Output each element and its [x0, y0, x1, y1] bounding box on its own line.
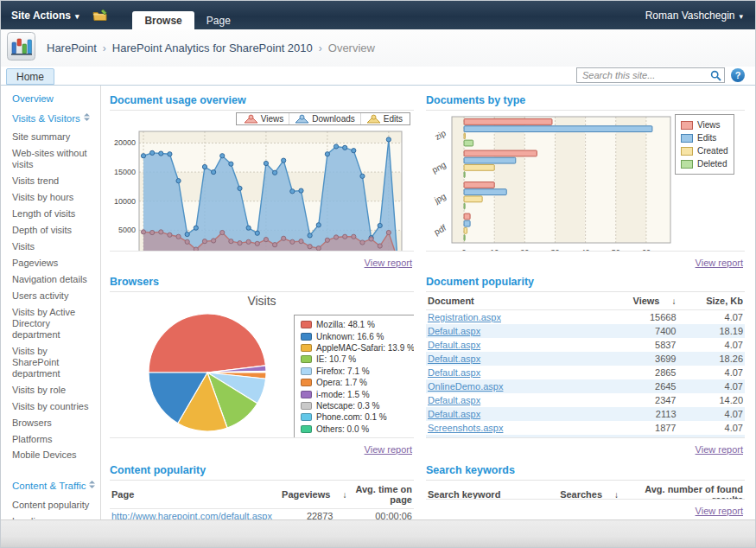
- column-header-document[interactable]: Document: [426, 292, 601, 310]
- panel-title: Search keywords: [426, 463, 745, 481]
- sidebar-item-depth-of-visits[interactable]: Depth of visits: [12, 225, 97, 236]
- column-header-searches[interactable]: Searches↓: [547, 481, 620, 499]
- table-row: Default.aspx58374.07: [426, 338, 745, 352]
- legend-item-others: Others: 0.0 %: [301, 424, 414, 435]
- breadcrumb-separator: ›: [97, 42, 112, 54]
- table-row: Default.aspx234714.20: [426, 393, 745, 407]
- collapse-icon[interactable]: [84, 112, 90, 124]
- view-report-link[interactable]: View report: [365, 258, 412, 268]
- view-report-link[interactable]: View report: [696, 258, 743, 268]
- site-header: HarePoint › HarePoint Analytics for Shar…: [1, 29, 755, 67]
- sidebar-item-length-of-visits[interactable]: Length of visits: [12, 208, 97, 220]
- line-chart-legend: ViewsDownloadsEdits: [236, 112, 410, 125]
- sidebar-item-web-sites-without-visits[interactable]: Web-sites without visits: [12, 148, 97, 170]
- sidebar-item-pageviews[interactable]: Pageviews: [12, 258, 97, 269]
- sidebar-item-content-popularity[interactable]: Content popularity: [12, 500, 97, 511]
- svg-text:pdf: pdf: [432, 223, 448, 237]
- help-icon[interactable]: ?: [731, 68, 745, 82]
- document-link[interactable]: Default.aspx: [428, 340, 480, 350]
- cell-value: 00:00:06: [334, 509, 414, 520]
- column-header-avg-number-of-found-results[interactable]: Avg. number of found results: [620, 481, 745, 499]
- cell-value: 7400: [601, 324, 678, 338]
- sort-descending-icon: ↓: [672, 296, 677, 306]
- sidebar-item-visits-by-countries[interactable]: Visits by countries: [12, 401, 97, 412]
- document-link[interactable]: http://www.harepoint.com/default.aspx: [111, 511, 272, 519]
- panel-title: Documents by type: [426, 93, 745, 111]
- sidebar-item-users-activity[interactable]: Users activity: [12, 290, 97, 302]
- column-header-pageviews[interactable]: Pageviews↓: [280, 481, 334, 509]
- sidebar-item-platforms[interactable]: Platforms: [12, 434, 97, 445]
- document-link[interactable]: Registration.aspx: [428, 312, 501, 322]
- sidebar-item-visits-visitors[interactable]: Visits & Visitors: [12, 112, 97, 125]
- view-report-link[interactable]: View report: [696, 444, 743, 455]
- user-menu[interactable]: Roman Vashchegin ▾: [645, 1, 755, 29]
- document-link[interactable]: OnlineDemo.aspx: [428, 381, 503, 392]
- search-keywords-table: Search keywordSearches↓Avg. number of fo…: [426, 481, 745, 499]
- table-row: Default.aspx28654.07: [426, 366, 745, 379]
- document-link[interactable]: Default.aspx: [428, 326, 480, 336]
- cell-value: 5837: [601, 338, 678, 352]
- sidebar-item-overview[interactable]: Overview: [12, 93, 97, 105]
- collapse-icon[interactable]: [89, 480, 95, 492]
- column-header-search-keyword[interactable]: Search keyword: [426, 481, 547, 499]
- svg-text:zip: zip: [433, 128, 448, 142]
- panel-title: Browsers: [110, 275, 414, 292]
- site-actions-menu[interactable]: Site Actions ▾: [1, 1, 87, 29]
- document-link[interactable]: Default.aspx: [428, 367, 480, 378]
- legend-item-views: Views: [238, 113, 289, 124]
- sidebar-item-navigation-details[interactable]: Navigation details: [12, 274, 97, 285]
- view-report-link[interactable]: View report: [696, 506, 743, 516]
- table-row: OnlineDemo.aspx26454.07: [426, 379, 745, 393]
- sidebar-item-landing-pages[interactable]: Landing pages: [12, 516, 97, 519]
- document-link[interactable]: Screenshots.aspx: [428, 423, 503, 433]
- edit-page-folder-icon[interactable]: [87, 1, 113, 29]
- cell-value: 15668: [601, 310, 678, 325]
- legend-item-applemac-safari: AppleMAC-Safari: 13.9 %: [301, 342, 414, 354]
- sort-descending-icon: ↓: [342, 490, 346, 500]
- cell-value: 22873: [280, 509, 334, 520]
- sort-descending-icon: ↓: [614, 490, 619, 499]
- site-logo: [7, 32, 35, 64]
- search-icon[interactable]: [710, 69, 721, 85]
- documents-by-type-bar-chart: zippngjpgpdf0102030405060: [426, 113, 675, 251]
- column-header-page[interactable]: Page: [110, 481, 280, 509]
- breadcrumb-site[interactable]: HarePoint: [47, 41, 97, 54]
- ribbon-tab-page[interactable]: Page: [194, 11, 243, 29]
- legend-item-edits: Edits: [360, 113, 408, 124]
- sidebar-item-visits-trend[interactable]: Visits trend: [12, 175, 97, 187]
- sidebar-item-content-traffic[interactable]: Content & Traffic: [12, 480, 97, 493]
- sidebar-item-visits-by-hours[interactable]: Visits by hours: [12, 192, 97, 203]
- sidebar-item-visits[interactable]: Visits: [12, 241, 97, 252]
- browsers-pie-chart: [146, 311, 269, 434]
- column-header-size-kb[interactable]: Size, Kb: [678, 292, 746, 310]
- cell-value: 4.07: [678, 366, 746, 379]
- panel-title: Content popularity: [110, 463, 414, 481]
- column-header-avg-time-on-page[interactable]: Avg. time on page: [334, 481, 414, 509]
- table-row: Default.aspx21134.07: [426, 407, 745, 421]
- document-link[interactable]: Default.aspx: [428, 409, 480, 419]
- breadcrumb-app[interactable]: HarePoint Analytics for SharePoint 2010: [112, 41, 313, 54]
- breadcrumb-current-page: Overview: [328, 41, 375, 54]
- sidebar-item-site-summary[interactable]: Site summary: [12, 131, 97, 143]
- tab-home[interactable]: Home: [6, 68, 54, 85]
- ribbon-tab-browse[interactable]: Browse: [132, 11, 194, 29]
- view-report-link[interactable]: View report: [365, 444, 412, 455]
- breadcrumb: HarePoint › HarePoint Analytics for Shar…: [47, 41, 375, 54]
- document-link[interactable]: Default.aspx: [428, 395, 480, 405]
- column-header-views[interactable]: Views↓: [601, 292, 678, 310]
- svg-text:20: 20: [520, 248, 529, 251]
- cell-value: 1877: [601, 421, 678, 435]
- legend-item-mozilla: Mozilla: 48.1 %: [301, 319, 414, 330]
- sidebar-item-visits-by-sharepoint-department[interactable]: Visits by SharePoint department: [12, 346, 97, 379]
- search-input[interactable]: [576, 67, 725, 83]
- sidebar-item-visits-by-active-directory-department[interactable]: Visits by Active Directory department: [12, 307, 97, 341]
- sidebar-item-browsers[interactable]: Browsers: [12, 417, 97, 429]
- panel-document-popularity: Document popularity DocumentViews↓Size, …: [426, 275, 745, 458]
- sidebar-item-mobile-devices[interactable]: Mobile Devices: [12, 449, 97, 461]
- svg-text:15000: 15000: [114, 168, 136, 176]
- document-link[interactable]: System-Requirements.aspx: [428, 436, 544, 437]
- document-link[interactable]: Default.aspx: [428, 354, 480, 364]
- ribbon-bar: Site Actions ▾ Browse Page Roman Vashche…: [1, 1, 755, 29]
- content-popularity-table: PagePageviews↓Avg. time on pagehttp://ww…: [110, 481, 414, 519]
- sidebar-item-visits-by-role[interactable]: Visits by role: [12, 385, 97, 396]
